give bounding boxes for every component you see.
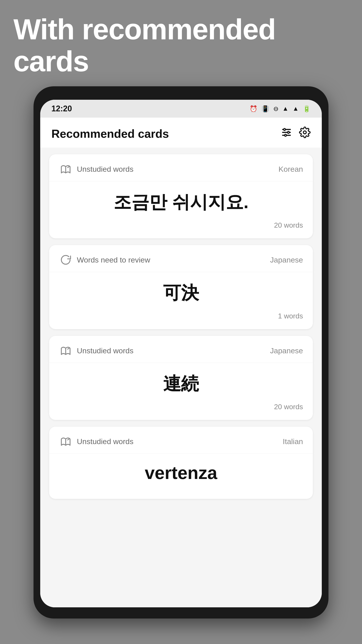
app-content: Recommended cards	[40, 118, 322, 607]
card-japanese-unstudied[interactable]: Unstudied words Japanese 連続 20 words	[49, 336, 313, 420]
battery-icon: 🔋	[303, 105, 311, 112]
status-bar: 12:20 ⏰ 📳 ⊖ ▲ ▲ 🔋	[40, 100, 322, 118]
cards-area: Unstudied words Korean 조금만 쉬시지요. 20 word…	[40, 148, 322, 607]
status-time: 12:20	[51, 104, 72, 113]
card-italian-unstudied[interactable]: Unstudied words Italian vertenza	[49, 427, 313, 499]
card-1-header: Unstudied words Korean	[49, 154, 313, 181]
card-3-header: Unstudied words Japanese	[49, 336, 313, 363]
wifi-icon: ▲	[283, 105, 289, 112]
signal-icon: ▲	[293, 105, 299, 112]
review-icon	[59, 253, 72, 266]
card-3-type: Unstudied words	[77, 346, 133, 355]
card-4-word: vertenza	[59, 463, 303, 483]
phone-frame: 12:20 ⏰ 📳 ⊖ ▲ ▲ 🔋 Recommended cards	[33, 86, 329, 618]
study-icon-2	[59, 344, 72, 357]
card-4-type: Unstudied words	[77, 437, 133, 446]
alarm-icon: ⏰	[250, 105, 257, 112]
svg-point-6	[304, 131, 306, 134]
card-2-word: 可決	[59, 281, 303, 305]
card-4-header: Unstudied words Italian	[49, 427, 313, 454]
card-3-body: 連続 20 words	[49, 363, 313, 420]
settings-icon[interactable]	[299, 126, 311, 141]
card-1-type: Unstudied words	[77, 165, 133, 174]
app-header: Recommended cards	[40, 118, 322, 148]
card-3-language: Japanese	[270, 346, 303, 355]
card-1-word: 조금만 쉬시지요.	[59, 190, 303, 214]
filter-icon[interactable]	[281, 126, 292, 141]
dnd-icon: ⊖	[273, 105, 278, 112]
phone-notch	[150, 93, 212, 98]
card-2-header: Words need to review Japanese	[49, 245, 313, 272]
card-3-word: 連続	[59, 372, 303, 396]
phone-screen: 12:20 ⏰ 📳 ⊖ ▲ ▲ 🔋 Recommended cards	[40, 100, 322, 607]
card-4-header-left: Unstudied words	[59, 435, 133, 448]
card-3-count: 20 words	[59, 403, 303, 411]
card-4-body: vertenza	[49, 454, 313, 499]
card-2-language: Japanese	[270, 256, 303, 264]
card-4-language: Italian	[283, 437, 303, 446]
header-actions	[281, 126, 311, 141]
svg-point-5	[285, 134, 287, 136]
card-2-header-left: Words need to review	[59, 253, 150, 266]
card-japanese-review[interactable]: Words need to review Japanese 可決 1 words	[49, 245, 313, 329]
status-icons: ⏰ 📳 ⊖ ▲ ▲ 🔋	[250, 105, 311, 112]
card-1-header-left: Unstudied words	[59, 162, 133, 176]
card-1-count: 20 words	[59, 221, 303, 230]
card-2-count: 1 words	[59, 312, 303, 320]
card-2-type: Words need to review	[77, 256, 150, 264]
card-korean-unstudied[interactable]: Unstudied words Korean 조금만 쉬시지요. 20 word…	[49, 154, 313, 238]
card-2-body: 可決 1 words	[49, 272, 313, 329]
app-title: Recommended cards	[51, 127, 169, 140]
study-icon	[59, 162, 72, 176]
vibrate-icon: 📳	[261, 105, 269, 112]
card-1-body: 조금만 쉬시지요. 20 words	[49, 181, 313, 238]
svg-point-3	[284, 128, 286, 130]
svg-point-4	[287, 132, 289, 134]
study-icon-3	[59, 435, 72, 448]
card-3-header-left: Unstudied words	[59, 344, 133, 357]
card-1-language: Korean	[278, 165, 303, 174]
hero-title: With recommended cards	[0, 0, 362, 86]
